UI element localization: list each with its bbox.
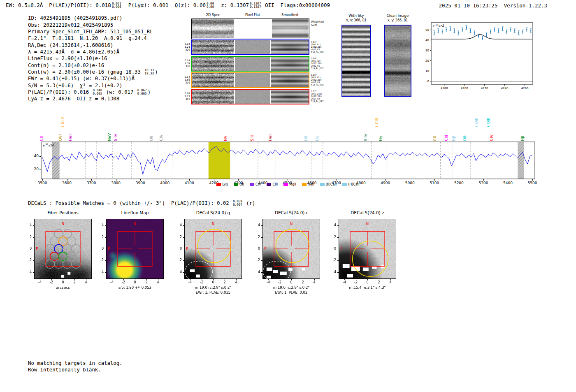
catalog-match-header: DECaLS : Possible Matches = 0 (within +/… <box>28 200 255 206</box>
legend-label: HeII <box>308 183 314 186</box>
x-tick-label: 2 <box>70 281 79 284</box>
fiber-circle <box>54 260 63 268</box>
target-info-block: ID: 4025491895 (4025491895.pdf)Obs: 2022… <box>28 15 158 102</box>
spec2d-left-value: 0.24 <box>181 42 190 45</box>
text-segment: Primary Spec_Slot_IFU_AMP: 513_105_051_R… <box>28 29 153 35</box>
legend-swatch <box>283 183 288 186</box>
spec2d-row-pixelflat-image <box>235 40 270 54</box>
flux-units-exp: -17 <box>45 143 49 145</box>
masked-region-band <box>518 142 524 179</box>
spec2d-left-value: 329 <box>181 81 190 84</box>
y-tick-label: -4 <box>329 270 336 274</box>
spec2d-row-smoothed-image <box>271 40 309 54</box>
emission-line-label: HeII <box>268 133 272 141</box>
text-segment: OII Flags:0x00004009 <box>262 2 330 8</box>
lineflux-map-title: Lineflux Map <box>98 210 172 215</box>
info-line: Obs: 20221219v012_4025491895 <box>28 21 158 28</box>
x-tick-label: 4180 <box>441 87 448 90</box>
x-tick-label: 4 <box>232 281 240 284</box>
y-tick-label: 20 <box>425 59 429 63</box>
x-tick-label: -4 <box>264 281 272 284</box>
x-tick-mark <box>344 279 345 280</box>
text-segment: z: 0.1307 <box>215 2 249 8</box>
x-tick-mark <box>337 179 337 181</box>
emission-line-label: CIV <box>159 135 163 141</box>
value-stack: 0.0670.005 <box>137 89 147 95</box>
stack-bottom: 0.006 <box>112 5 121 9</box>
y-tick-label: -4 <box>96 270 104 274</box>
data-point <box>470 30 471 32</box>
compass-east-label: E <box>340 247 342 251</box>
emission-line-label: Hγ <box>315 136 319 141</box>
footer-line: Row intentionally blank. <box>28 367 123 373</box>
compass-north-label: N <box>290 222 293 226</box>
spec2d-left-value: 0.09 <box>181 92 190 95</box>
data-point <box>450 28 451 30</box>
fiber-circle <box>63 230 72 238</box>
y-tick-label: 4 <box>253 223 260 227</box>
spec2d-row-pixelflat-image <box>235 90 270 104</box>
flux-units-exp: -17 <box>435 23 439 26</box>
data-point <box>510 29 511 30</box>
data-point <box>490 31 491 32</box>
y-tick-label: 50 <box>425 28 429 32</box>
x-tick-label: -2 <box>352 281 360 284</box>
x-tick-mark <box>356 279 356 280</box>
stack-bottom: 0.1307 <box>250 5 261 9</box>
x-tick-mark <box>280 279 280 280</box>
emission-line-label: } OIII <box>474 118 478 128</box>
x-tick-mark <box>67 179 67 181</box>
y-tick-label: 4 <box>24 223 32 227</box>
x-tick-label: 4220 <box>481 87 488 90</box>
weighted-sum-smoothed-image <box>272 19 309 38</box>
fiber-positions-overlay: NE <box>34 219 92 279</box>
data-point <box>442 31 443 32</box>
y-tick-label: 0 <box>427 80 429 83</box>
y-tick-label: 40 <box>31 154 39 158</box>
legend-swatch <box>216 183 221 186</box>
legend-item: (H)CaII <box>342 183 359 186</box>
header-metrics: EW: 0.5±0.2Å P(LAE)/P(OII): 0.0180.0610.… <box>6 2 330 9</box>
spec2d-row-right-labels: 1.19"(365, 81)20221219v017_03513_RL_008 <box>311 74 336 86</box>
legend-label: CIV <box>255 183 261 186</box>
x-tick-mark <box>112 279 112 280</box>
flux-units-suffix: x2Å <box>438 24 444 28</box>
info-line: S/N = 5.3(±0.6) χ² = 2.1(±0.2) <box>28 82 158 88</box>
text-segment: ID: 4025491895 (4025491895.pdf) <box>28 15 123 21</box>
compass-north-label: N <box>62 222 64 226</box>
x-tick-mark <box>288 179 288 181</box>
x-tick-label: -2 <box>47 281 56 284</box>
x-tick-mark <box>146 279 147 280</box>
x-tick-label: 0 <box>209 281 217 284</box>
y-tick-label: -4 <box>253 270 260 274</box>
y-tick-mark <box>39 156 41 157</box>
emission-line-label: CII <box>39 136 44 141</box>
spec2d-row-smoothed-image <box>271 90 309 104</box>
data-point <box>494 29 495 30</box>
x-tick-mark <box>379 279 379 280</box>
y-tick-label: 0 <box>329 247 336 251</box>
data-point <box>530 30 532 32</box>
x-tick-mark <box>40 279 40 280</box>
x-tick-label: -2 <box>119 281 128 284</box>
data-point <box>482 37 483 39</box>
footer-line: No matching targets in catalog. <box>28 360 123 367</box>
x-tick-mark <box>135 279 135 280</box>
x-tick-label: -4 <box>186 281 194 284</box>
x-tick-mark <box>361 179 361 181</box>
fiber-circle <box>54 245 63 253</box>
spec2d-row-left-labels: 0.142.39330 <box>181 59 190 67</box>
spec2d-left-value: 1.56 <box>181 78 190 81</box>
y-tick-label: -2 <box>329 258 336 262</box>
value-stack: 0.0590.007 <box>233 200 242 206</box>
emission-line-label: HeII <box>68 133 72 141</box>
x-tick-mark <box>483 179 484 181</box>
footer-notes: No matching targets in catalog.Row inten… <box>28 360 123 373</box>
cutout-xlabel: arcsecs <box>38 285 88 290</box>
x-tick-mark <box>263 179 263 181</box>
y-tick-label: -4 <box>174 270 182 274</box>
spec2d-row-2d-image <box>192 40 234 54</box>
emission-line-label: } SiIV <box>60 117 65 128</box>
spectrum-legend: LyαOIICIVCIIIMgIIHeII(K)CaII(H)CaII <box>41 183 535 186</box>
value-stack: 18.3318.33 <box>144 69 154 75</box>
